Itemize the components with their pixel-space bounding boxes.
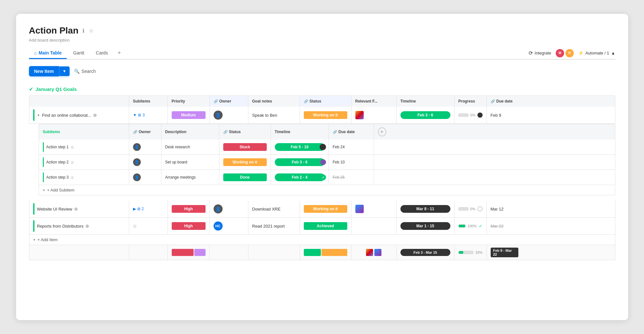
summary-due-date-badge: Feb 9 - Mar 22	[491, 248, 518, 257]
subitem-row-3: Action step 3 ⊕ 👤 Arrange meetings Done …	[39, 170, 615, 185]
cell-due-date-3: Mar 22	[487, 218, 522, 234]
status-chunk-achieved	[304, 249, 321, 256]
col-header-status: 🔗 Status	[300, 96, 351, 107]
subitem-count-2[interactable]: ▶ ⊞ 2	[133, 207, 144, 211]
new-item-dropdown[interactable]: ▼	[59, 66, 70, 76]
integrate-icon: ⟳	[529, 50, 533, 56]
sub-cell-timeline-3: Feb 2 - 4 ✓	[271, 170, 329, 185]
col-header-due-date: 🔗 Due date	[487, 96, 522, 107]
status-badge-2: Working on it	[304, 205, 347, 213]
link-icon-due-date: 🔗	[491, 99, 495, 103]
add-to-row-2[interactable]: ⊕	[74, 206, 78, 211]
link-icon-sub-status: 🔗	[223, 130, 228, 134]
board-header: Action Plan ℹ ☆	[29, 25, 615, 36]
subitems-col-add[interactable]: +	[374, 124, 390, 140]
sub-status-badge-2: Working on it	[223, 158, 267, 166]
automate-button[interactable]: ⚡ Automate / 1 ▲	[578, 51, 615, 55]
avatar-row-2: 👤	[214, 204, 223, 213]
summary-cell-name	[29, 245, 129, 260]
sub-cell-due-2: Feb 10	[329, 155, 374, 170]
avatar-row-1: 👤	[214, 111, 223, 120]
sub-due-strikethrough-3: Feb 25	[333, 175, 345, 180]
cell-progress-3: 100% ✓	[455, 218, 487, 234]
collapse-icon-1: ▼	[133, 113, 137, 117]
add-subitem-button[interactable]: + + Add Subitem	[39, 185, 615, 195]
cell-status-3[interactable]: Achieved	[300, 218, 351, 234]
toolbar: New Item ▼ 🔍 Search	[29, 66, 615, 76]
row-expand-icon-1[interactable]: ▼	[37, 113, 40, 117]
star-icon[interactable]: ☆	[88, 27, 94, 34]
sub-cell-status-1[interactable]: Stuck	[219, 140, 271, 154]
summary-cell-relevant	[351, 245, 397, 260]
status-chunk-working	[322, 249, 347, 256]
sub-cell-extra-1	[374, 140, 390, 154]
subitems-header-label: Subitems	[39, 124, 129, 140]
sub-cell-status-2[interactable]: Working on it	[219, 155, 271, 170]
tab-gantt[interactable]: Gantt	[68, 48, 89, 59]
cell-priority-2[interactable]: High	[168, 201, 210, 217]
cell-status-2[interactable]: Working on it	[300, 201, 351, 217]
sub-cell-extra-2	[374, 155, 390, 170]
cell-status-1[interactable]: Working on it	[300, 107, 351, 123]
tabs-right: ⟳ Integrate M H ⚡ Automate / 1 ▲	[529, 49, 615, 57]
summary-progress-container: 33%	[458, 251, 483, 254]
add-to-row-3[interactable]: ⊕	[85, 223, 89, 229]
sub-cell-name-3: Action step 3 ⊕	[39, 170, 129, 185]
summary-progress-bar	[458, 251, 474, 254]
subitems-col-status: 🔗 Status	[219, 124, 271, 140]
sub-timeline-check-3: ✓	[320, 174, 326, 180]
tab-cards-label: Cards	[96, 50, 108, 55]
cell-relevant-f-1	[351, 107, 397, 123]
sub-timeline-badge-2: Feb 3 - 6	[275, 158, 325, 166]
sub-status-badge-1: Stuck	[223, 143, 267, 151]
new-item-button[interactable]: New Item	[29, 66, 59, 76]
integrate-button[interactable]: ⟳ Integrate	[529, 50, 551, 56]
tab-main-table[interactable]: ⌂ Main Table	[29, 48, 67, 59]
col-header-name	[29, 96, 129, 107]
sub-add-1[interactable]: ⊕	[71, 145, 74, 150]
summary-cell-notes	[248, 245, 300, 260]
due-date-3-strikethrough: Mar 22	[491, 224, 504, 229]
tab-cards[interactable]: Cards	[91, 48, 113, 59]
add-item-icon: +	[33, 237, 36, 242]
chevron-up-icon: ▲	[611, 51, 615, 55]
add-item-button[interactable]: + + Add Item	[29, 235, 615, 245]
row-accent-3	[33, 220, 34, 232]
cell-subitems-1: ▼ ⊞ 3	[129, 107, 168, 123]
row-name-1: Find an online collaborat...	[42, 113, 91, 118]
summary-cell-timeline: Feb 3 - Mar 15	[397, 245, 455, 260]
progress-pct-3: 100%	[467, 224, 476, 228]
sub-add-3[interactable]: ⊕	[71, 175, 74, 180]
priority-badge-2: High	[172, 205, 206, 213]
cell-priority-3[interactable]: High	[168, 218, 210, 234]
add-item-label: + Add Item	[37, 237, 58, 242]
tab-add-button[interactable]: +	[114, 47, 124, 59]
summary-images	[366, 249, 381, 256]
table-row-2: Website UI Review ⊕ ▶ ⊞ 2 High 👤 Downloa…	[29, 201, 615, 218]
search-icon: 🔍	[74, 69, 80, 74]
search-area[interactable]: 🔍 Search	[74, 69, 96, 74]
sub-cell-status-3[interactable]: Done	[219, 170, 271, 185]
cell-priority-1[interactable]: Medium	[168, 107, 210, 123]
cell-name-1: ▼ Find an online collaborat... ⊕	[29, 107, 129, 123]
cell-timeline-1: Feb 3 - 6	[397, 107, 455, 123]
cell-goal-notes-3: Read 2021 report	[248, 218, 300, 234]
tabs-left: ⌂ Main Table Gantt Cards +	[29, 47, 124, 59]
subitem-count-1[interactable]: ▼ ⊞ 3	[133, 113, 145, 117]
add-col-button[interactable]: +	[378, 127, 386, 136]
cell-progress-2: 0%	[455, 201, 487, 217]
add-to-row-1[interactable]: ⊕	[93, 113, 97, 118]
sub-add-2[interactable]: ⊕	[71, 160, 74, 165]
section-january-q1-goals: ✔ January Q1 Goals Subitems Priority 🔗 O…	[29, 86, 615, 260]
cell-owner-3: HC	[210, 218, 248, 234]
priority-chunk-high	[172, 249, 194, 256]
summary-cell-due-date: Feb 9 - Mar 22	[487, 245, 522, 260]
sub-cell-timeline-2: Feb 3 - 6	[271, 155, 329, 170]
summary-img-1	[366, 249, 373, 256]
col-header-timeline: Timeline	[397, 96, 455, 107]
subitem-row-2: Action step 2 ⊕ 👤 Set up board Working o…	[39, 155, 615, 170]
board-title: Action Plan	[29, 25, 79, 36]
subitems-col-description: Description	[161, 124, 219, 140]
section-title-1[interactable]: January Q1 Goals	[36, 86, 77, 92]
info-icon[interactable]: ℹ	[82, 27, 85, 34]
